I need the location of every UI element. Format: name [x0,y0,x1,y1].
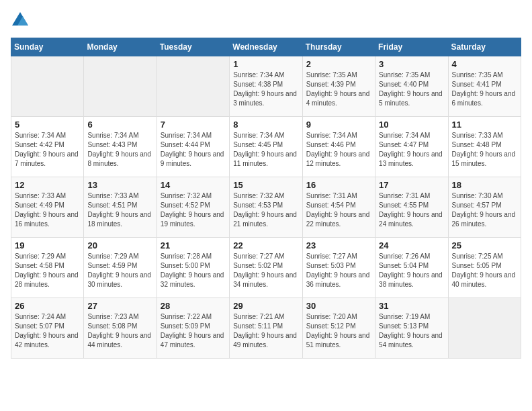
day-info: Sunrise: 7:19 AMSunset: 5:13 PMDaylight:… [379,312,444,350]
day-header-monday: Monday [84,38,157,56]
day-header-sunday: Sunday [11,38,84,56]
calendar-day-30: 30Sunrise: 7:20 AMSunset: 5:12 PMDayligh… [302,298,375,359]
calendar-day-5: 5Sunrise: 7:34 AMSunset: 4:42 PMDaylight… [11,117,84,177]
day-info: Sunrise: 7:31 AMSunset: 4:54 PMDaylight:… [306,191,371,229]
empty-day [448,298,521,359]
day-number: 17 [379,180,444,190]
calendar-week-row: 1Sunrise: 7:34 AMSunset: 4:38 PMDaylight… [11,56,521,117]
empty-day [84,56,157,117]
calendar-day-21: 21Sunrise: 7:28 AMSunset: 5:00 PMDayligh… [157,238,229,298]
day-number: 12 [15,180,80,190]
day-info: Sunrise: 7:27 AMSunset: 5:03 PMDaylight:… [306,252,371,289]
calendar-day-13: 13Sunrise: 7:33 AMSunset: 4:51 PMDayligh… [84,177,157,238]
day-info: Sunrise: 7:23 AMSunset: 5:08 PMDaylight:… [87,312,152,350]
day-info: Sunrise: 7:30 AMSunset: 4:57 PMDaylight:… [452,191,517,229]
day-number: 7 [161,120,226,130]
day-number: 24 [379,240,444,250]
day-info: Sunrise: 7:27 AMSunset: 5:02 PMDaylight:… [233,252,298,289]
day-info: Sunrise: 7:34 AMSunset: 4:46 PMDaylight:… [306,131,371,169]
calendar-day-27: 27Sunrise: 7:23 AMSunset: 5:08 PMDayligh… [84,298,157,359]
day-info: Sunrise: 7:34 AMSunset: 4:47 PMDaylight:… [379,131,444,169]
day-number: 29 [233,301,298,311]
calendar-day-20: 20Sunrise: 7:29 AMSunset: 4:59 PMDayligh… [84,238,157,298]
calendar-day-14: 14Sunrise: 7:32 AMSunset: 4:52 PMDayligh… [157,177,229,238]
calendar-day-17: 17Sunrise: 7:31 AMSunset: 4:55 PMDayligh… [375,177,448,238]
day-number: 8 [233,120,298,130]
calendar-day-8: 8Sunrise: 7:34 AMSunset: 4:45 PMDaylight… [230,117,302,177]
calendar-day-18: 18Sunrise: 7:30 AMSunset: 4:57 PMDayligh… [448,177,521,238]
day-info: Sunrise: 7:31 AMSunset: 4:55 PMDaylight:… [379,191,444,229]
day-info: Sunrise: 7:21 AMSunset: 5:11 PMDaylight:… [233,312,298,350]
day-number: 22 [233,240,298,250]
calendar-day-24: 24Sunrise: 7:26 AMSunset: 5:04 PMDayligh… [375,238,448,298]
calendar-header-row: SundayMondayTuesdayWednesdayThursdayFrid… [11,38,521,56]
calendar-day-10: 10Sunrise: 7:34 AMSunset: 4:47 PMDayligh… [375,117,448,177]
day-number: 9 [306,120,371,130]
day-number: 15 [233,180,298,190]
day-info: Sunrise: 7:34 AMSunset: 4:45 PMDaylight:… [233,131,298,169]
day-header-friday: Friday [375,38,448,56]
day-number: 31 [379,301,444,311]
calendar-day-16: 16Sunrise: 7:31 AMSunset: 4:54 PMDayligh… [302,177,375,238]
calendar-day-9: 9Sunrise: 7:34 AMSunset: 4:46 PMDaylight… [302,117,375,177]
day-number: 5 [15,120,80,130]
calendar-week-row: 5Sunrise: 7:34 AMSunset: 4:42 PMDaylight… [11,117,521,177]
day-info: Sunrise: 7:32 AMSunset: 4:53 PMDaylight:… [233,191,298,229]
day-info: Sunrise: 7:28 AMSunset: 5:00 PMDaylight:… [161,252,226,289]
day-number: 19 [15,240,80,250]
calendar-day-31: 31Sunrise: 7:19 AMSunset: 5:13 PMDayligh… [375,298,448,359]
day-info: Sunrise: 7:34 AMSunset: 4:44 PMDaylight:… [161,131,226,169]
day-number: 26 [15,301,80,311]
calendar-day-29: 29Sunrise: 7:21 AMSunset: 5:11 PMDayligh… [230,298,302,359]
day-number: 27 [87,301,152,311]
calendar-day-2: 2Sunrise: 7:35 AMSunset: 4:39 PMDaylight… [302,56,375,117]
day-info: Sunrise: 7:34 AMSunset: 4:43 PMDaylight:… [87,131,152,169]
day-number: 14 [161,180,226,190]
day-info: Sunrise: 7:20 AMSunset: 5:12 PMDaylight:… [306,312,371,350]
calendar-week-row: 26Sunrise: 7:24 AMSunset: 5:07 PMDayligh… [11,298,521,359]
day-number: 16 [306,180,371,190]
calendar-table: SundayMondayTuesdayWednesdayThursdayFrid… [11,38,521,359]
day-header-saturday: Saturday [448,38,521,56]
day-header-wednesday: Wednesday [230,38,302,56]
calendar-day-25: 25Sunrise: 7:25 AMSunset: 5:05 PMDayligh… [448,238,521,298]
calendar-day-26: 26Sunrise: 7:24 AMSunset: 5:07 PMDayligh… [11,298,84,359]
day-header-thursday: Thursday [302,38,375,56]
day-number: 1 [233,59,298,69]
day-number: 25 [452,240,517,250]
empty-day [157,56,229,117]
day-info: Sunrise: 7:32 AMSunset: 4:52 PMDaylight:… [161,191,226,229]
day-number: 18 [452,180,517,190]
logo-icon [11,11,30,30]
day-info: Sunrise: 7:35 AMSunset: 4:40 PMDaylight:… [379,71,444,108]
day-number: 30 [306,301,371,311]
calendar-day-7: 7Sunrise: 7:34 AMSunset: 4:44 PMDaylight… [157,117,229,177]
calendar-day-23: 23Sunrise: 7:27 AMSunset: 5:03 PMDayligh… [302,238,375,298]
calendar-day-28: 28Sunrise: 7:22 AMSunset: 5:09 PMDayligh… [157,298,229,359]
day-info: Sunrise: 7:29 AMSunset: 4:59 PMDaylight:… [87,252,152,289]
day-number: 10 [379,120,444,130]
calendar-day-3: 3Sunrise: 7:35 AMSunset: 4:40 PMDaylight… [375,56,448,117]
page-header [11,11,521,30]
calendar-day-12: 12Sunrise: 7:33 AMSunset: 4:49 PMDayligh… [11,177,84,238]
calendar-day-22: 22Sunrise: 7:27 AMSunset: 5:02 PMDayligh… [230,238,302,298]
calendar-day-4: 4Sunrise: 7:35 AMSunset: 4:41 PMDaylight… [448,56,521,117]
day-number: 20 [87,240,152,250]
day-number: 2 [306,59,371,69]
day-info: Sunrise: 7:33 AMSunset: 4:48 PMDaylight:… [452,131,517,169]
day-number: 13 [87,180,152,190]
day-number: 21 [161,240,226,250]
day-number: 6 [87,120,152,130]
calendar-day-6: 6Sunrise: 7:34 AMSunset: 4:43 PMDaylight… [84,117,157,177]
empty-day [11,56,84,117]
day-header-tuesday: Tuesday [157,38,229,56]
calendar-week-row: 12Sunrise: 7:33 AMSunset: 4:49 PMDayligh… [11,177,521,238]
calendar-day-11: 11Sunrise: 7:33 AMSunset: 4:48 PMDayligh… [448,117,521,177]
day-info: Sunrise: 7:26 AMSunset: 5:04 PMDaylight:… [379,252,444,289]
day-info: Sunrise: 7:34 AMSunset: 4:38 PMDaylight:… [233,71,298,108]
day-info: Sunrise: 7:29 AMSunset: 4:58 PMDaylight:… [15,252,80,289]
day-info: Sunrise: 7:22 AMSunset: 5:09 PMDaylight:… [161,312,226,350]
day-info: Sunrise: 7:24 AMSunset: 5:07 PMDaylight:… [15,312,80,350]
day-info: Sunrise: 7:25 AMSunset: 5:05 PMDaylight:… [452,252,517,289]
day-info: Sunrise: 7:35 AMSunset: 4:39 PMDaylight:… [306,71,371,108]
